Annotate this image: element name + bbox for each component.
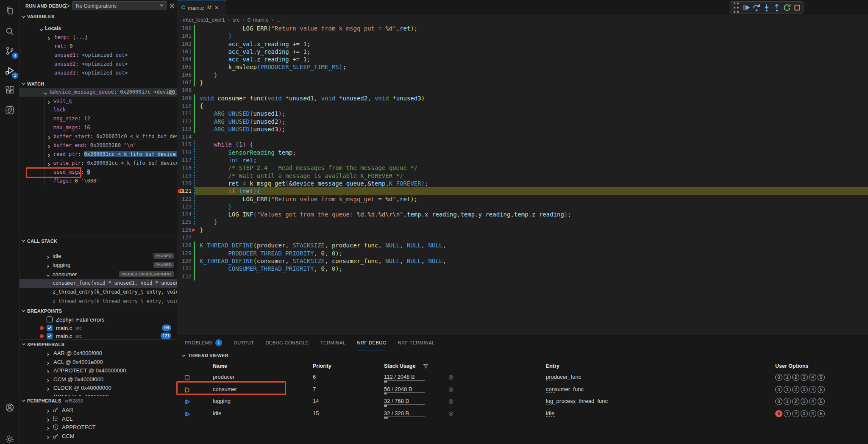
- user-option-5[interactable]: 5: [818, 374, 825, 381]
- variable-item[interactable]: temp: {...}: [19, 33, 177, 42]
- call-stack-thread-idle[interactable]: idlePAUSED: [19, 252, 177, 261]
- section-header-breakpoints[interactable]: BREAKPOINTS: [19, 306, 177, 315]
- breakpoint-item[interactable]: main.csrc99: [19, 324, 177, 332]
- activity-bar-item-search[interactable]: [0, 24, 19, 39]
- breadcrumb-item[interactable]: ...: [276, 17, 281, 23]
- peripheral-item-acl[interactable]: ACL: [19, 414, 177, 423]
- user-option-3[interactable]: 3: [801, 398, 808, 405]
- section-header-xperipherals[interactable]: XPERIPHERALS: [19, 339, 177, 349]
- code-line-118[interactable]: 118 /* STEP 2.4 - Read messages from the…: [177, 164, 868, 172]
- code-line-100[interactable]: 100 LOG_ERR("Return value from k_msgq_pu…: [177, 25, 868, 32]
- code-editor[interactable]: 100 LOG_ERR("Return value from k_msgq_pu…: [177, 25, 868, 280]
- breadcrumb[interactable]: inter_less1_exer1›src›Cmain.c›...: [177, 15, 868, 25]
- user-option-1[interactable]: 1: [784, 410, 791, 417]
- chevron-right-icon[interactable]: [47, 99, 51, 103]
- section-header-variables[interactable]: VARIABLES: [19, 12, 177, 21]
- code-line-127[interactable]: 127: [177, 234, 868, 241]
- panel-tab-nrf-terminal[interactable]: NRF TERMINAL: [398, 335, 435, 350]
- xperipheral-item[interactable]: ACL @ 0x4001e000: [19, 358, 177, 366]
- watch-target-icon[interactable]: ◎: [448, 396, 453, 407]
- call-stack-thread-logging[interactable]: loggingPAUSED: [19, 261, 177, 269]
- chevron-down-icon[interactable]: [43, 90, 48, 94]
- watch-item-msg_size[interactable]: msg_size: 12: [19, 114, 177, 123]
- code-line-103[interactable]: 103 acc_val.y_reading += 1;: [177, 48, 868, 56]
- watch-item-used_msgs[interactable]: used_msgs: 0: [19, 168, 177, 177]
- call-stack-frame[interactable]: z_thread_entry(k_thread_entry_t entry, v…: [19, 288, 177, 297]
- code-line-115[interactable]: 115 while (1) {: [177, 141, 868, 148]
- close-icon[interactable]: ×: [215, 4, 218, 11]
- user-option-3[interactable]: 3: [801, 410, 808, 417]
- step-out-icon[interactable]: [773, 3, 781, 12]
- code-line-131[interactable]: 131 CONSUMER_THREAD_PRIORITY, 0, 0);: [177, 265, 868, 272]
- code-line-109[interactable]: 109void consumer_func(void *unused1, voi…: [177, 94, 868, 102]
- user-option-5[interactable]: 5: [818, 410, 825, 417]
- code-line-107[interactable]: 107}: [177, 79, 868, 86]
- watch-item-device_message_queue[interactable]: &device_message_queue: 0x2000017c <devic…: [19, 88, 177, 97]
- code-line-116[interactable]: 116 SensorReading temp;: [177, 149, 868, 156]
- activity-bar-item-nrf-connect[interactable]: [0, 103, 19, 117]
- thread-viewer-header[interactable]: THREAD VIEWER: [177, 350, 868, 361]
- section-header-call-stack[interactable]: CALL STACK: [19, 236, 177, 245]
- current-breakpoint-arrow-icon[interactable]: [178, 188, 184, 194]
- variable-item[interactable]: unused2: <optimized out>: [19, 60, 177, 69]
- user-option-5[interactable]: 5: [818, 398, 825, 405]
- code-line-112[interactable]: 112 ARG_UNUSED(unused2);: [177, 118, 868, 125]
- code-line-132[interactable]: 132: [177, 273, 868, 280]
- code-line-128[interactable]: 128K_THREAD_DEFINE(producer, STACKSIZE, …: [177, 241, 868, 249]
- xperipheral-item[interactable]: CLOCK @ 0x40000000: [19, 383, 177, 392]
- chevron-right-icon[interactable]: [46, 386, 50, 390]
- chevron-right-icon[interactable]: [46, 416, 50, 421]
- watch-item-read_ptr[interactable]: read_ptr: 0x200031cc <_k_fifo_buf_device…: [19, 150, 177, 159]
- chevron-right-icon[interactable]: [46, 434, 50, 438]
- user-option-0[interactable]: 0: [775, 374, 782, 381]
- xperipheral-item[interactable]: CCM @ 0x4000f000: [19, 375, 177, 384]
- user-option-1[interactable]: 1: [784, 374, 791, 381]
- code-line-106[interactable]: 106 }: [177, 71, 868, 79]
- code-line-114[interactable]: 114: [177, 133, 868, 141]
- watch-target-icon[interactable]: ◎: [448, 372, 453, 383]
- stop-icon[interactable]: [793, 3, 801, 12]
- variable-item[interactable]: ret: 0: [19, 42, 177, 51]
- chevron-right-icon[interactable]: [46, 254, 50, 258]
- activity-bar-item-source-control[interactable]: 4: [0, 44, 19, 58]
- code-line-125[interactable]: 125 }: [177, 218, 868, 226]
- code-line-104[interactable]: 104 acc_val.z_reading += 1;: [177, 56, 868, 63]
- code-line-102[interactable]: 102 acc_val.x_reading += 1;: [177, 40, 868, 48]
- panel-tab-output[interactable]: OUTPUT: [234, 335, 254, 350]
- watch-item-lock[interactable]: lock: [19, 105, 177, 114]
- code-line-126[interactable]: 126}: [177, 226, 868, 234]
- start-debug-icon[interactable]: [64, 3, 70, 9]
- call-stack-frame[interactable]: z thread entry(k thread entry t entry, v…: [19, 297, 177, 306]
- chevron-right-icon[interactable]: [46, 360, 50, 364]
- chevron-right-icon[interactable]: [46, 408, 50, 412]
- user-option-2[interactable]: 2: [792, 410, 799, 417]
- code-line-110[interactable]: 110{: [177, 102, 868, 110]
- peripheral-item-approtect[interactable]: APPROTECT: [19, 423, 177, 432]
- checkbox-checked[interactable]: [47, 333, 53, 339]
- chevron-right-icon[interactable]: [47, 143, 51, 148]
- chevron-right-icon[interactable]: [47, 134, 51, 139]
- restart-icon[interactable]: [783, 3, 791, 12]
- code-line-123[interactable]: 123 }: [177, 203, 868, 211]
- watch-target-icon[interactable]: ◎: [448, 384, 453, 395]
- activity-bar-item-extensions[interactable]: [0, 83, 19, 97]
- thread-row-idle[interactable]: idle1532 / 320 B◎idle012345: [177, 408, 868, 420]
- code-line-120[interactable]: 120 ret = k_msgq_get(&device_message_que…: [177, 180, 868, 187]
- variable-item[interactable]: unused3: <optimized out>: [19, 69, 177, 78]
- thread-row-consumer[interactable]: consumer756 / 2048 B◎consumer_func012345: [177, 384, 868, 396]
- code-line-113[interactable]: 113 ARG_UNUSED(unused3);: [177, 125, 868, 133]
- user-option-4[interactable]: 4: [809, 386, 816, 393]
- user-option-4[interactable]: 4: [809, 410, 816, 417]
- user-option-3[interactable]: 3: [801, 374, 808, 381]
- breadcrumb-item[interactable]: src: [233, 17, 240, 23]
- xperipheral-item[interactable]: AAR @ 0x4000f000: [19, 349, 177, 358]
- code-line-105[interactable]: 105 k_msleep(PRODUCER_SLEEP_TIME_MS);: [177, 63, 868, 71]
- chevron-right-icon[interactable]: [47, 161, 51, 166]
- code-line-129[interactable]: 129 PRODUCER_THREAD_PRIORITY, 0, 0);: [177, 250, 868, 257]
- activity-bar-item-account[interactable]: [0, 400, 19, 415]
- user-option-0[interactable]: 0: [775, 410, 782, 417]
- breakpoint-item[interactable]: main.csrc121: [19, 332, 177, 340]
- breakpoint-item[interactable]: Zephyr: Fatal errors: [19, 315, 177, 324]
- code-line-117[interactable]: 117 int ret;: [177, 156, 868, 164]
- debug-config-dropdown[interactable]: No Configurations: [72, 1, 167, 10]
